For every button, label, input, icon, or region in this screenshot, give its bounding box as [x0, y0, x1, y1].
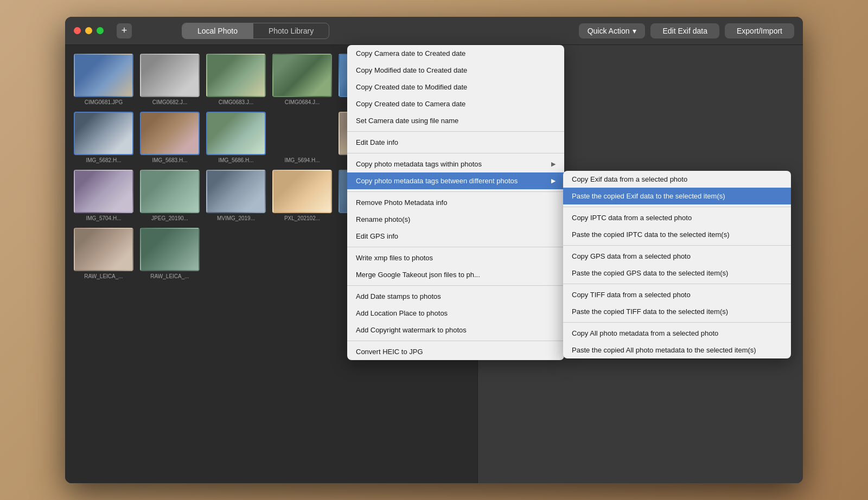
- submenu-arrow-icon: ▶: [551, 161, 556, 168]
- menu-item-edit-gps[interactable]: Edit GPS info: [347, 228, 564, 245]
- photo-filename: JPEG_20190...: [151, 215, 188, 221]
- menu-item-set-camera-date-filename[interactable]: Set Camera date using file name: [347, 112, 564, 129]
- photo-thumbnail[interactable]: [74, 112, 133, 155]
- submenu-arrow-icon: ▶: [551, 177, 556, 184]
- photo-thumbnail[interactable]: [140, 228, 200, 271]
- submenu-divider: [563, 245, 791, 246]
- edit-exif-button[interactable]: Edit Exif data: [650, 23, 719, 39]
- add-icon: +: [122, 25, 127, 36]
- title-bar: + Local Photo Photo Library Quick Action…: [65, 17, 803, 45]
- submenu-item-paste-iptc-to[interactable]: Paste the copied IPTC data to the select…: [563, 226, 791, 243]
- menu-item-copy-camera-to-created[interactable]: Copy Camera date to Created date: [347, 45, 564, 62]
- submenu-item-copy-tiff-from[interactable]: Copy TIFF data from a selected photo: [563, 286, 791, 303]
- photo-filename: MVIMG_2019...: [217, 215, 255, 221]
- list-item[interactable]: CIMG0682.J...: [140, 54, 200, 105]
- photo-filename: IMG_5694.H...: [284, 157, 320, 163]
- menu-divider: [347, 191, 564, 192]
- menu-item-write-xmp[interactable]: Write xmp files to photos: [347, 249, 564, 266]
- submenu-item-paste-gps-to[interactable]: Paste the copied GPS data to the selecte…: [563, 265, 791, 281]
- submenu-item-copy-all-from[interactable]: Copy All photo metadata from a selected …: [563, 325, 791, 342]
- submenu-item-copy-exif-from[interactable]: Copy Exif data from a selected photo: [563, 171, 791, 188]
- submenu-divider: [563, 322, 791, 323]
- photo-thumbnail[interactable]: [272, 170, 332, 213]
- list-item[interactable]: IMG_5704.H...: [74, 170, 133, 221]
- menu-item-copy-meta-between[interactable]: Copy photo metadata tags between differe…: [347, 172, 564, 189]
- photo-filename: CIMG0683.J...: [219, 99, 253, 105]
- submenu-item-paste-all-to[interactable]: Paste the copied All photo metadata to t…: [563, 342, 791, 358]
- list-item[interactable]: CIMG0683.J...: [206, 54, 266, 105]
- menu-divider: [347, 285, 564, 286]
- traffic-lights: [74, 27, 104, 34]
- menu-divider: [347, 247, 564, 247]
- tab-group: Local Photo Photo Library: [182, 23, 329, 39]
- tab-photo-library[interactable]: Photo Library: [253, 23, 329, 39]
- list-item[interactable]: IMG_5683.H...: [140, 112, 200, 163]
- photo-filename: CIMG0684.J...: [285, 99, 320, 105]
- menu-item-edit-date-info[interactable]: Edit Date info: [347, 134, 564, 151]
- dropdown-arrow-icon: ▾: [633, 27, 636, 35]
- menu-item-convert-heic[interactable]: Convert HEIC to JPG: [347, 343, 564, 360]
- photo-filename: IMG_5704.H...: [86, 215, 121, 221]
- list-item[interactable]: CIMG0684.J...: [272, 54, 332, 105]
- submenu-item-copy-gps-from[interactable]: Copy GPS data from a selected photo: [563, 248, 791, 265]
- photo-thumbnail[interactable]: [140, 54, 200, 97]
- photo-filename: PXL_202102...: [284, 215, 320, 221]
- add-button[interactable]: +: [117, 23, 132, 39]
- list-item[interactable]: RAW_LEICA_...: [140, 228, 200, 279]
- toolbar-right: Quick Action ▾ Edit Exif data Export/Imp…: [579, 23, 794, 39]
- list-item[interactable]: PXL_202102...: [272, 170, 332, 221]
- photo-thumbnail[interactable]: [206, 170, 266, 213]
- menu-item-copy-created-to-camera[interactable]: Copy Created date to Camera date: [347, 95, 564, 112]
- list-item[interactable]: IMG_5686.H...: [206, 112, 266, 163]
- maximize-button[interactable]: [97, 27, 104, 34]
- photo-thumbnail[interactable]: [272, 54, 332, 97]
- menu-item-copy-meta-within[interactable]: Copy photo metadata tags within photos ▶: [347, 156, 564, 172]
- list-item[interactable]: MVIMG_2019...: [206, 170, 266, 221]
- photo-thumbnail[interactable]: [140, 112, 200, 155]
- quick-action-label: Quick Action: [588, 27, 630, 35]
- photo-thumbnail[interactable]: [74, 228, 133, 271]
- submenu-divider: [563, 284, 791, 284]
- menu-item-add-date-stamps[interactable]: Add Date stamps to photos: [347, 288, 564, 305]
- quick-action-menu[interactable]: Copy Camera date to Created date Copy Mo…: [347, 45, 564, 360]
- list-item[interactable]: RAW_LEICA_...: [74, 228, 133, 279]
- submenu-copy-meta-between[interactable]: Copy Exif data from a selected photo Pas…: [563, 171, 791, 358]
- tab-local-photo[interactable]: Local Photo: [182, 23, 253, 39]
- app-window: + Local Photo Photo Library Quick Action…: [65, 17, 803, 483]
- list-item[interactable]: CIMG0681.JPG: [74, 54, 133, 105]
- minimize-button[interactable]: [85, 27, 92, 34]
- photo-thumbnail[interactable]: [272, 112, 332, 155]
- submenu-item-copy-iptc-from[interactable]: Copy IPTC data from a selected photo: [563, 209, 791, 226]
- photo-thumbnail[interactable]: [206, 54, 266, 97]
- menu-item-add-copyright[interactable]: Add Copyright watermark to photos: [347, 322, 564, 338]
- list-item[interactable]: IMG_5682.H...: [74, 112, 133, 163]
- photo-filename: IMG_5682.H...: [86, 157, 121, 163]
- menu-item-copy-modified-to-created[interactable]: Copy Modified date to Created date: [347, 62, 564, 79]
- photo-thumbnail[interactable]: [206, 112, 266, 155]
- photo-thumbnail[interactable]: [74, 54, 133, 97]
- list-item[interactable]: JPEG_20190...: [140, 170, 200, 221]
- photo-filename: CIMG0681.JPG: [85, 99, 123, 105]
- photo-filename: RAW_LEICA_...: [84, 273, 123, 279]
- menu-divider: [347, 153, 564, 153]
- export-import-button[interactable]: Export/Import: [725, 23, 794, 39]
- list-item[interactable]: IMG_5694.H...: [272, 112, 332, 163]
- photo-thumbnail[interactable]: [140, 170, 200, 213]
- photo-filename: IMG_5683.H...: [152, 157, 187, 163]
- submenu-divider: [563, 207, 791, 207]
- menu-item-remove-meta[interactable]: Remove Photo Metadata info: [347, 194, 564, 211]
- menu-item-add-location[interactable]: Add Location Place to photos: [347, 305, 564, 322]
- photo-filename: RAW_LEICA_...: [150, 273, 189, 279]
- menu-divider: [347, 131, 564, 132]
- photo-filename: IMG_5686.H...: [218, 157, 253, 163]
- submenu-item-paste-tiff-to[interactable]: Paste the copied TIFF data to the select…: [563, 303, 791, 320]
- submenu-item-paste-exif-to[interactable]: Paste the copied Exif data to the select…: [563, 188, 791, 204]
- menu-divider: [347, 341, 564, 341]
- menu-item-copy-created-to-modified[interactable]: Copy Created date to Modified date: [347, 79, 564, 95]
- close-button[interactable]: [74, 27, 81, 34]
- photo-filename: CIMG0682.J...: [152, 99, 187, 105]
- quick-action-button[interactable]: Quick Action ▾: [579, 23, 646, 39]
- menu-item-rename-photos[interactable]: Rename photo(s): [347, 211, 564, 228]
- photo-thumbnail[interactable]: [74, 170, 133, 213]
- menu-item-merge-google[interactable]: Merge Google Takeout json files to ph...: [347, 266, 564, 283]
